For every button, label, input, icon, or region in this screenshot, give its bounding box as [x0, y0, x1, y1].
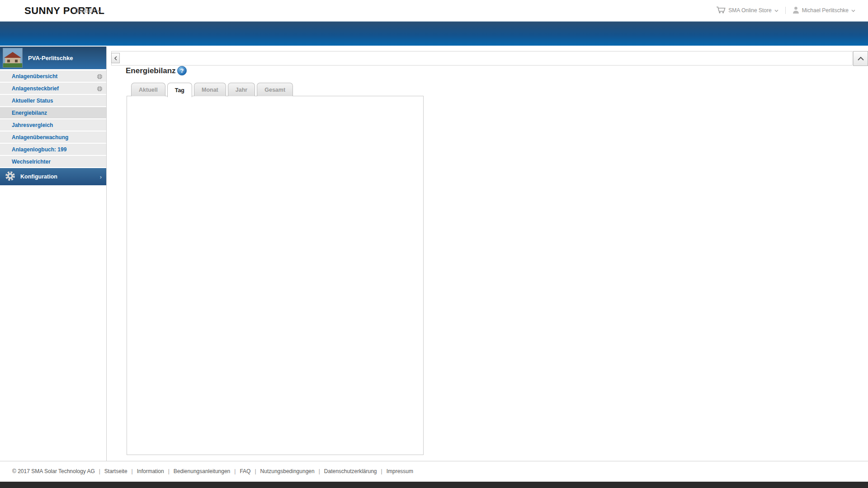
plant-photo: [3, 48, 23, 68]
sidebar-item-label: Wechselrichter: [12, 159, 51, 165]
sidebar-item-anlagenlogbuch-199[interactable]: Anlagenlogbuch: 199: [0, 144, 106, 155]
language-selector[interactable]: Deutsch: [75, 8, 101, 14]
tab-tag[interactable]: Tag: [167, 83, 192, 97]
sidebar-item-aktueller-status[interactable]: Aktueller Status: [0, 95, 106, 106]
sidebar-menu: AnlagenübersichtAnlagensteckbriefAktuell…: [0, 70, 106, 167]
sidebar-item-label: Energiebilanz: [12, 110, 47, 116]
sidebar-item-energiebilanz[interactable]: Energiebilanz: [0, 107, 106, 118]
sunny-portal-page: SUNNY PORTAL Deutsch SMA Online Store Mi…: [0, 0, 868, 488]
footer-separator: |: [99, 468, 100, 474]
sidebar-collapse-button[interactable]: [111, 53, 120, 63]
bottom-bar: [0, 482, 868, 488]
sidebar-item-label: Aktueller Status: [12, 98, 53, 104]
footer-separator: |: [234, 468, 236, 474]
footer-link-nutzungsbedingungen[interactable]: Nutzungsbedingungen: [260, 468, 315, 474]
top-bar: SUNNY PORTAL Deutsch SMA Online Store Mi…: [0, 0, 868, 21]
sidebar-item-label: Anlagenlogbuch: 199: [12, 146, 66, 153]
content-top-bar: [111, 51, 853, 66]
chevron-down-icon: [774, 7, 778, 14]
sidebar-item-anlagenübersicht[interactable]: Anlagenübersicht: [0, 70, 106, 82]
tab-monat[interactable]: Monat: [194, 83, 226, 96]
sidebar-item-anlagenüberwachung[interactable]: Anlagenüberwachung: [0, 131, 106, 143]
config-label: Konfiguration: [20, 174, 57, 180]
footer-separator: |: [132, 468, 133, 474]
globe-icon: [97, 85, 103, 94]
sidebar-item-label: Anlagenübersicht: [12, 73, 57, 80]
footer-link-startseite[interactable]: Startseite: [104, 468, 127, 474]
divider: [785, 7, 786, 14]
footer-link-faq[interactable]: FAQ: [240, 468, 250, 474]
tab-jahr[interactable]: Jahr: [228, 83, 255, 96]
tab-gesamt[interactable]: Gesamt: [257, 83, 293, 96]
footer-separator: |: [319, 468, 320, 474]
tab-aktuell[interactable]: Aktuell: [131, 83, 165, 96]
blue-banner: [0, 21, 868, 46]
footer-link-bedienungsanleitungen[interactable]: Bedienungsanleitungen: [174, 468, 230, 474]
sidebar: PVA-Perlitschke AnlagenübersichtAnlagens…: [0, 47, 106, 185]
tab-content-panel: [127, 96, 424, 455]
user-icon: [793, 6, 799, 15]
store-label: SMA Online Store: [728, 7, 771, 14]
help-glyph: ?: [180, 67, 184, 74]
sidebar-item-label: Anlagenüberwachung: [12, 134, 68, 141]
sidebar-item-label: Jahresvergleich: [12, 122, 53, 128]
store-menu[interactable]: SMA Online Store: [716, 6, 778, 15]
scroll-top-button[interactable]: [853, 51, 868, 66]
chevron-down-icon: [851, 7, 855, 14]
footer-link-information[interactable]: Information: [137, 468, 164, 474]
sidebar-item-wechselrichter[interactable]: Wechselrichter: [0, 156, 106, 167]
user-menu[interactable]: Michael Perlitschke: [793, 6, 855, 15]
footer-link-impressum[interactable]: Impressum: [387, 468, 413, 474]
globe-icon: [97, 73, 103, 81]
user-name: Michael Perlitschke: [802, 7, 849, 14]
footer-separator: |: [168, 468, 170, 474]
sidebar-item-konfiguration[interactable]: Konfiguration ›: [0, 168, 106, 185]
sidebar-item-anlagensteckbrief[interactable]: Anlagensteckbrief: [0, 83, 106, 94]
footer: © 2017 SMA Solar Technology AG|Startseit…: [12, 468, 413, 474]
language-label: Deutsch: [75, 8, 95, 14]
footer-separator: |: [381, 468, 382, 474]
top-right-menu: SMA Online Store Michael Perlitschke: [716, 6, 855, 15]
plant-header[interactable]: PVA-Perlitschke: [0, 47, 106, 69]
footer-divider: [0, 461, 868, 461]
footer-separator: |: [255, 468, 256, 474]
chevron-right-icon: ›: [100, 174, 102, 180]
footer-link-datenschutzerklärung[interactable]: Datenschutzerklärung: [324, 468, 377, 474]
page-title: Energiebilanz: [126, 66, 176, 75]
copyright: © 2017 SMA Solar Technology AG: [12, 468, 95, 474]
sidebar-item-jahresvergleich[interactable]: Jahresvergleich: [0, 119, 106, 131]
sidebar-divider: [106, 47, 107, 461]
gear-icon: [5, 170, 16, 183]
chevron-down-icon: [97, 8, 101, 14]
plant-name: PVA-Perlitschke: [28, 55, 73, 61]
tab-bar: AktuellTagMonatJahrGesamt: [131, 83, 293, 96]
help-icon[interactable]: ?: [177, 66, 187, 75]
sidebar-item-label: Anlagensteckbrief: [12, 85, 59, 92]
cart-icon: [716, 6, 726, 15]
